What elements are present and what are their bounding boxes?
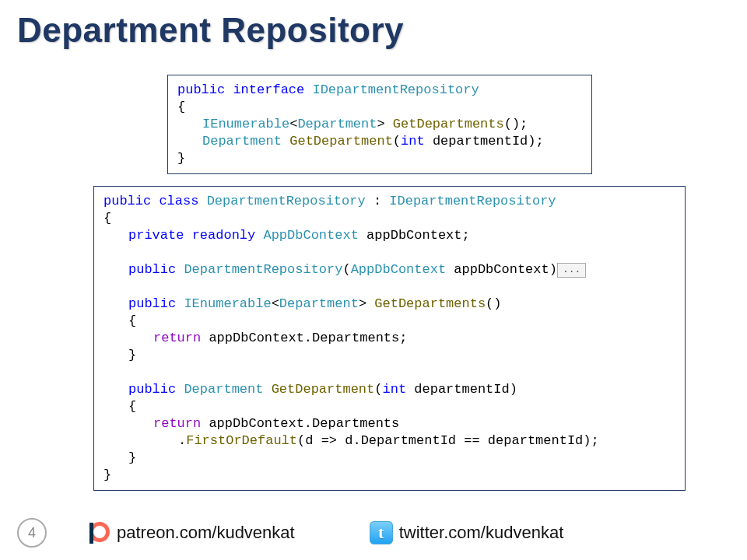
kw-private: private [128, 228, 184, 243]
code-block-class: public class DepartmentRepository : IDep… [93, 186, 686, 491]
type-departmentrepository: DepartmentRepository [207, 194, 366, 208]
method-getdepartment: GetDepartment [289, 134, 393, 149]
code-fold-icon[interactable]: ... [557, 263, 586, 278]
kw-class: class [159, 194, 198, 208]
kw-public: public [177, 82, 225, 97]
type-idepartmentrepository: IDepartmentRepository [389, 194, 556, 208]
type-department: Department [184, 382, 263, 397]
param-departmentid: departmentId [414, 382, 509, 397]
method-getdepartment: GetDepartment [272, 382, 375, 397]
type-department: Department [279, 296, 359, 311]
code-block-interface: public interface IDepartmentRepository {… [167, 75, 592, 174]
expr-appdbcontext-departments: appDbContext.Departments [209, 331, 399, 345]
twitter-icon: t [370, 521, 393, 544]
type-ienumerable: IEnumerable [202, 117, 289, 131]
kw-return: return [153, 331, 201, 345]
method-getdepartments: GetDepartments [374, 296, 486, 311]
param-appdbcontext: appDbContext [454, 262, 549, 277]
patreon-link[interactable]: patreon.com/kudvenkat [117, 523, 295, 543]
type-ienumerable: IEnumerable [184, 296, 271, 311]
field-appdbcontext: appDbContext [366, 228, 461, 243]
kw-int: int [382, 382, 406, 397]
kw-interface: interface [233, 82, 304, 97]
kw-return: return [153, 416, 201, 431]
type-appdbcontext: AppDbContext [263, 228, 358, 243]
type-idepartmentrepository: IDepartmentRepository [312, 82, 479, 97]
slide-title: Department Repository [17, 11, 747, 50]
kw-public: public [128, 262, 176, 277]
twitter-link[interactable]: twitter.com/kudvenkat [399, 523, 564, 543]
expr-line1: appDbContext.Departments [209, 416, 399, 431]
page-number-badge: 4 [17, 518, 47, 548]
method-firstordefault: FirstOrDefault [186, 433, 297, 448]
type-department: Department [202, 134, 282, 149]
page-number: 4 [28, 525, 36, 541]
dot: . [178, 433, 186, 448]
twitter-glyph: t [378, 523, 384, 543]
type-department: Department [297, 117, 377, 131]
kw-public: public [103, 194, 151, 208]
kw-readonly: readonly [192, 228, 256, 243]
kw-int: int [401, 134, 425, 149]
patreon-icon [87, 521, 110, 544]
kw-public: public [128, 382, 176, 397]
method-getdepartments: GetDepartments [393, 117, 504, 131]
kw-public: public [128, 296, 176, 311]
lambda-expr: (d => d.DepartmentId == departmentId); [297, 433, 599, 448]
slide-footer: 4 patreon.com/kudvenkat t twitter.com/ku… [17, 518, 730, 548]
param-departmentid: departmentId [433, 134, 528, 149]
type-appdbcontext: AppDbContext [351, 262, 446, 277]
ctor-name: DepartmentRepository [184, 262, 342, 277]
